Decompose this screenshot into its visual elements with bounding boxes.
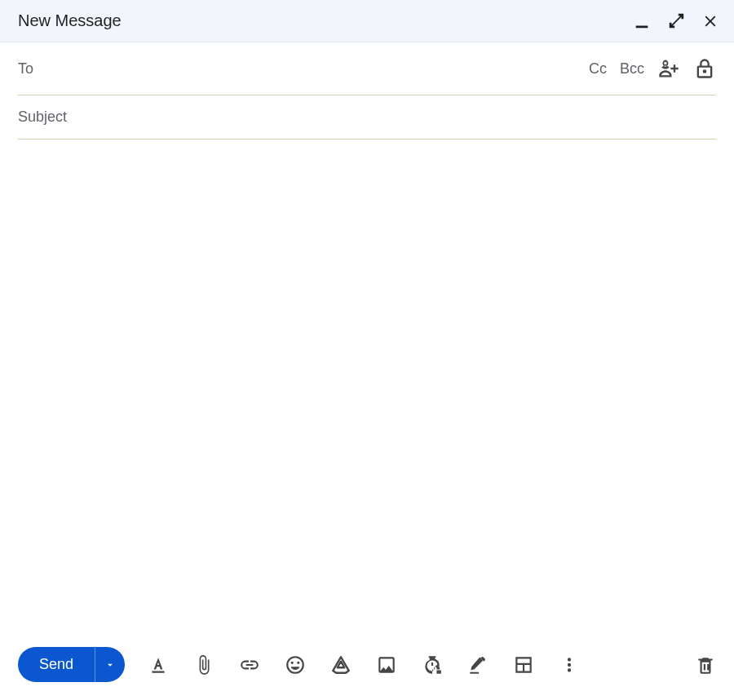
to-row-actions: Cc Bcc <box>589 57 716 80</box>
compose-toolbar: Send <box>0 634 734 700</box>
send-group: Send <box>18 647 125 682</box>
person-add-icon[interactable] <box>657 57 680 80</box>
send-button[interactable]: Send <box>18 647 95 682</box>
to-label: To <box>18 60 33 78</box>
layout-icon[interactable] <box>513 654 534 676</box>
cc-button[interactable]: Cc <box>589 60 607 78</box>
window-controls <box>633 12 719 30</box>
compose-window: New Message To Cc Bcc <box>0 0 734 700</box>
subject-input[interactable] <box>18 109 716 126</box>
to-input[interactable] <box>45 58 577 79</box>
lock-icon[interactable] <box>693 57 716 80</box>
body-area <box>18 140 716 634</box>
send-more-button[interactable] <box>95 647 125 682</box>
body-input[interactable] <box>18 153 716 621</box>
image-icon[interactable] <box>376 654 397 676</box>
drive-icon[interactable] <box>330 654 352 676</box>
compose-title: New Message <box>18 11 122 30</box>
close-icon[interactable] <box>701 12 719 30</box>
link-icon[interactable] <box>239 654 260 676</box>
compose-header: New Message <box>0 0 734 42</box>
bcc-button[interactable]: Bcc <box>620 60 644 78</box>
pen-icon[interactable] <box>467 654 489 676</box>
chevron-down-icon <box>104 659 116 671</box>
toolbar-icons <box>148 654 580 676</box>
emoji-icon[interactable] <box>285 654 306 676</box>
svg-rect-0 <box>636 25 648 28</box>
paperclip-icon[interactable] <box>193 654 214 676</box>
to-row: To Cc Bcc <box>18 42 716 95</box>
trash-icon[interactable] <box>695 654 716 676</box>
minimize-icon[interactable] <box>633 12 651 30</box>
text-format-icon[interactable] <box>148 654 169 676</box>
fullscreen-icon[interactable] <box>667 12 685 30</box>
clock-lock-icon[interactable] <box>422 654 443 676</box>
subject-row <box>18 95 716 140</box>
more-vert-icon[interactable] <box>559 654 580 676</box>
